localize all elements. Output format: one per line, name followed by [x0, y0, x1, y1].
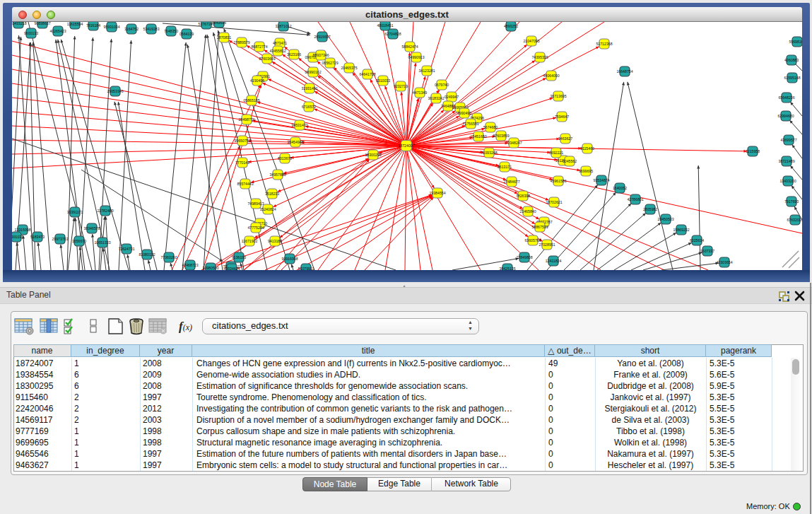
- svg-text:7917693: 7917693: [784, 199, 799, 204]
- svg-text:3990490: 3990490: [457, 111, 471, 115]
- svg-text:4471349: 4471349: [413, 90, 427, 95]
- svg-text:20465375: 20465375: [341, 66, 357, 70]
- svg-text:8849696: 8849696: [212, 22, 226, 25]
- svg-text:35240824: 35240824: [259, 207, 276, 211]
- svg-text:90916998: 90916998: [281, 257, 298, 261]
- svg-text:2805982: 2805982: [643, 207, 657, 211]
- svg-text:27028951: 27028951: [539, 243, 555, 247]
- svg-text:12411824: 12411824: [546, 259, 562, 263]
- svg-text:93534874: 93534874: [593, 178, 609, 182]
- svg-text:94531473: 94531473: [291, 123, 307, 127]
- svg-text:3623166: 3623166: [287, 52, 301, 57]
- svg-text:45961586: 45961586: [550, 179, 566, 183]
- svg-text:0679740: 0679740: [435, 83, 449, 87]
- svg-text:9115460: 9115460: [580, 146, 594, 151]
- svg-text:55698169: 55698169: [789, 40, 802, 44]
- svg-text:43303654: 43303654: [716, 260, 732, 264]
- svg-text:70348247: 70348247: [505, 141, 522, 145]
- svg-text:74395339: 74395339: [531, 55, 548, 59]
- svg-text:30980500: 30980500: [202, 266, 218, 270]
- svg-text:40265423: 40265423: [49, 29, 66, 33]
- svg-text:3164752: 3164752: [124, 27, 139, 31]
- svg-text:5183473: 5183473: [30, 235, 45, 239]
- svg-text:86872774: 86872774: [251, 45, 267, 49]
- svg-text:31931491: 31931491: [301, 86, 317, 90]
- svg-text:4873471: 4873471: [273, 41, 287, 45]
- svg-text:15451680: 15451680: [470, 134, 486, 139]
- svg-text:21465840: 21465840: [519, 209, 536, 214]
- svg-text:9463627: 9463627: [558, 136, 572, 141]
- svg-text:74989413: 74989413: [247, 201, 264, 206]
- svg-text:42786801: 42786801: [627, 197, 643, 201]
- svg-text:58867533: 58867533: [531, 225, 548, 229]
- svg-text:43534624: 43534624: [223, 267, 240, 270]
- svg-text:7816184: 7816184: [86, 23, 100, 28]
- svg-text:6716572: 6716572: [302, 105, 316, 109]
- svg-text:18702621: 18702621: [546, 200, 562, 204]
- svg-text:61595148: 61595148: [784, 76, 800, 80]
- svg-text:21047095: 21047095: [523, 39, 539, 43]
- svg-text:18724007: 18724007: [398, 144, 414, 148]
- svg-text:87603669: 87603669: [259, 57, 275, 61]
- svg-text:4190496: 4190496: [250, 78, 264, 83]
- svg-text:06990162: 06990162: [305, 70, 321, 74]
- svg-text:71093248: 71093248: [481, 151, 497, 155]
- svg-text:8613171: 8613171: [498, 165, 512, 169]
- svg-text:1656670: 1656670: [72, 239, 86, 243]
- svg-text:34957885: 34957885: [269, 173, 286, 177]
- svg-text:88937346: 88937346: [312, 53, 329, 57]
- svg-text:8692221: 8692221: [549, 151, 563, 155]
- svg-text:77360260: 77360260: [160, 255, 177, 259]
- svg-text:29053346: 29053346: [107, 89, 123, 93]
- svg-text:5674680: 5674680: [483, 125, 498, 129]
- svg-text:38346578: 38346578: [83, 226, 100, 230]
- svg-text:9413186: 9413186: [268, 239, 282, 243]
- svg-text:44064090: 44064090: [543, 74, 559, 78]
- svg-text:3518233: 3518233: [265, 192, 279, 196]
- svg-text:28498776: 28498776: [238, 117, 254, 122]
- svg-text:7770143: 7770143: [235, 160, 249, 165]
- svg-text:18300295: 18300295: [365, 153, 381, 157]
- svg-text:8313678: 8313678: [278, 156, 292, 160]
- svg-text:30391171: 30391171: [67, 210, 83, 214]
- svg-text:11671902: 11671902: [242, 239, 258, 243]
- svg-text:20450533: 20450533: [657, 217, 673, 221]
- svg-text:81080132: 81080132: [139, 252, 155, 257]
- svg-text:9232719: 9232719: [394, 84, 408, 88]
- svg-text:9301031: 9301031: [12, 235, 23, 239]
- svg-text:9600133: 9600133: [24, 31, 38, 35]
- svg-text:4893252: 4893252: [504, 24, 518, 28]
- svg-text:1640052: 1640052: [613, 186, 627, 190]
- svg-text:47775204: 47775204: [247, 226, 264, 230]
- svg-text:90838637: 90838637: [34, 22, 50, 25]
- svg-text:36183242: 36183242: [428, 96, 444, 100]
- svg-text:35454948: 35454948: [287, 140, 303, 144]
- svg-text:19384554: 19384554: [429, 191, 445, 195]
- svg-text:34123281: 34123281: [418, 69, 435, 73]
- svg-text:7594647: 7594647: [555, 115, 569, 119]
- svg-text:7826398: 7826398: [516, 194, 530, 198]
- svg-text:64641708: 64641708: [359, 72, 375, 76]
- svg-text:13315098: 13315098: [14, 228, 30, 232]
- svg-text:27849808: 27849808: [516, 255, 532, 259]
- svg-text:7648350: 7648350: [164, 29, 178, 33]
- svg-text:22782489: 22782489: [97, 209, 113, 213]
- svg-text:38425135: 38425135: [499, 267, 515, 270]
- svg-text:51712368: 51712368: [596, 42, 612, 46]
- svg-text:27484677: 27484677: [503, 180, 519, 184]
- svg-text:9699695: 9699695: [579, 169, 593, 173]
- svg-text:65648236: 65648236: [778, 95, 794, 100]
- svg-text:62704828: 62704828: [384, 32, 401, 36]
- svg-text:05865185: 05865185: [243, 98, 259, 103]
- svg-text:95931034: 95931034: [103, 25, 119, 29]
- svg-text:9136193: 9136193: [232, 255, 246, 259]
- svg-text:72624731: 72624731: [118, 247, 134, 251]
- svg-text:06562729: 06562729: [322, 61, 338, 65]
- svg-text:10651333: 10651333: [94, 240, 110, 245]
- svg-text:71756551: 71756551: [462, 122, 478, 126]
- svg-text:47468723: 47468723: [182, 263, 198, 267]
- svg-text:36713695: 36713695: [550, 94, 566, 98]
- svg-text:1607337: 1607337: [700, 249, 714, 253]
- svg-text:62994680: 62994680: [777, 114, 794, 118]
- svg-text:51079911: 51079911: [298, 267, 314, 270]
